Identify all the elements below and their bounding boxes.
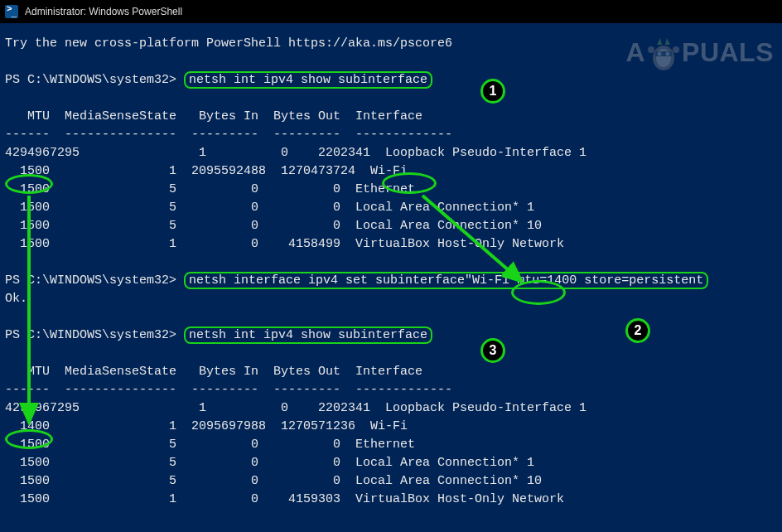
window-title: Administrator: Windows PowerShell xyxy=(25,6,182,17)
table-header: MTU MediaSenseState Bytes In Bytes Out I… xyxy=(5,109,422,123)
ellipse-wifi-name xyxy=(382,172,437,194)
table-row: 1500 5 0 0 Ethernet xyxy=(5,438,415,452)
svg-point-6 xyxy=(673,46,679,53)
titlebar[interactable]: Administrator: Windows PowerShell xyxy=(0,0,782,23)
badge-3: 3 xyxy=(480,338,505,363)
table-row: 1500 5 0 0 Local Area Connection* 1 xyxy=(5,201,534,215)
mascot-icon xyxy=(647,33,680,71)
watermark-text-pre: A xyxy=(625,37,645,68)
svg-point-4 xyxy=(666,52,670,56)
ok-text: Ok. xyxy=(5,292,27,306)
terminal-output[interactable]: Try the new cross-platform PowerShell ht… xyxy=(0,23,782,514)
table-divider: ------ --------------- --------- -------… xyxy=(5,383,452,397)
banner-text: Try the new cross-platform PowerShell ht… xyxy=(5,36,452,51)
svg-point-5 xyxy=(648,46,654,53)
table-row: 1500 1 2095592488 1270473724 Wi-Fi xyxy=(5,164,408,178)
table-row: 1500 5 0 0 Local Area Connection* 10 xyxy=(5,474,542,488)
command-1-highlight: netsh int ipv4 show subinterface xyxy=(184,71,432,89)
watermark-text-post: PUALS xyxy=(682,37,774,68)
table-row: 4294967295 1 0 2202341 Loopback Pseudo-I… xyxy=(5,401,586,415)
table-row: 1500 5 0 0 Local Area Connection* 1 xyxy=(5,456,534,470)
powershell-icon xyxy=(5,5,18,18)
svg-point-3 xyxy=(658,52,662,56)
watermark-logo: A PUALS xyxy=(625,33,774,71)
table-row: 1500 5 0 0 Local Area Connection* 10 xyxy=(5,219,542,233)
table-header: MTU MediaSenseState Bytes In Bytes Out I… xyxy=(5,365,422,379)
badge-2: 2 xyxy=(625,318,650,343)
command-2-highlight: netsh interface ipv4 set subinterface"Wi… xyxy=(184,272,708,289)
table-row: 1400 1 2095697988 1270571236 Wi-Fi xyxy=(5,419,408,433)
table-row: 1500 5 0 0 Ethernet xyxy=(5,182,415,196)
table-divider: ------ --------------- --------- -------… xyxy=(5,128,452,142)
prompt: PS C:\WINDOWS\system32> xyxy=(5,73,176,87)
command-3-highlight: netsh int ipv4 show subinterface xyxy=(184,326,432,344)
ellipse-mtu-1400 xyxy=(5,429,53,449)
ellipse-mtu-1500 xyxy=(5,174,53,194)
ellipse-wifi-cmd xyxy=(511,280,566,305)
badge-1: 1 xyxy=(480,79,505,104)
table-row: 4294967295 1 0 2202341 Loopback Pseudo-I… xyxy=(5,146,586,160)
prompt: PS C:\WINDOWS\system32> xyxy=(5,328,176,342)
prompt: PS C:\WINDOWS\system32> xyxy=(5,273,176,288)
table-row: 1500 1 0 4159303 VirtualBox Host-Only Ne… xyxy=(5,492,564,506)
table-row: 1500 1 0 4158499 VirtualBox Host-Only Ne… xyxy=(5,237,564,251)
